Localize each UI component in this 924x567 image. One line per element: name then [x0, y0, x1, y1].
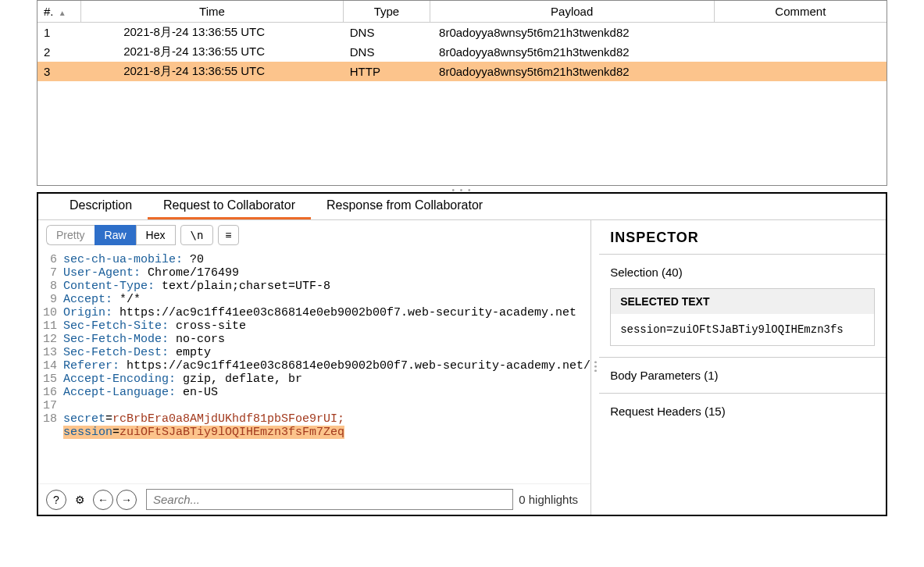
line-number: 7	[38, 266, 62, 280]
cell-payload: 8r0adoyya8wnsy5t6m21h3twenkd82	[430, 42, 714, 62]
show-newlines-button[interactable]: \n	[180, 225, 214, 245]
cell-num: 1	[37, 23, 80, 43]
code-line: 11Sec-Fetch-Site: cross-site	[38, 319, 590, 333]
code-line: 13Sec-Fetch-Dest: empty	[38, 346, 590, 359]
cell-type: HTTP	[344, 62, 430, 81]
inspector-title: INSPECTOR	[599, 230, 886, 254]
tab-description[interactable]: Description	[54, 194, 148, 219]
line-number: 6	[38, 253, 62, 266]
cell-type: DNS	[344, 23, 430, 43]
code-line: 18secret=rcBrbEra0a8AMjdUKhdf81pbSFoe9rU…	[38, 412, 590, 439]
gear-icon[interactable]: ⚙	[70, 490, 90, 510]
code-line: 6sec-ch-ua-mobile: ?0	[38, 253, 590, 266]
code-line: 16Accept-Language: en-US	[38, 386, 590, 399]
line-number: 18	[38, 412, 62, 439]
line-number: 12	[38, 333, 62, 346]
http-message-editor[interactable]: 6sec-ch-ua-mobile: ?07User-Agent: Chrome…	[38, 250, 590, 483]
code-line: 14Referer: https://ac9c1ff41ee03c86814e0…	[38, 359, 590, 373]
tab-request-to-collaborator[interactable]: Request to Collaborator	[148, 194, 311, 219]
tab-response-from-collaborator[interactable]: Response from Collaborator	[311, 194, 498, 219]
search-prev-icon[interactable]: ←	[93, 490, 113, 510]
inspector-request-headers-section[interactable]: Request Headers (15)	[599, 393, 886, 429]
table-row[interactable]: 22021-8月-24 13:36:55 UTCDNS8r0adoyya8wns…	[37, 42, 887, 62]
cell-payload: 8r0adoyya8wnsy5t6m21h3twenkd82	[430, 23, 714, 43]
cell-time: 2021-8月-24 13:36:55 UTC	[80, 23, 344, 43]
line-number: 17	[38, 399, 62, 412]
line-number: 13	[38, 346, 62, 359]
code-line: 7User-Agent: Chrome/176499	[38, 266, 590, 280]
horizontal-splitter[interactable]: • • •	[37, 186, 887, 192]
code-line: 15Accept-Encoding: gzip, deflate, br	[38, 373, 590, 386]
collaborator-log-table: #. ▲ Time Type Payload Comment 12021-8月-…	[37, 0, 887, 186]
code-line: 9Accept: */*	[38, 293, 590, 306]
col-payload[interactable]: Payload	[430, 1, 714, 23]
editor-footer: ? ⚙ ← → 0 highlights	[38, 483, 590, 515]
help-icon[interactable]: ?	[46, 490, 66, 510]
cell-num: 2	[37, 42, 80, 62]
line-number: 9	[38, 293, 62, 306]
cell-comment	[714, 62, 887, 81]
cell-comment	[714, 42, 887, 62]
table-row[interactable]: 12021-8月-24 13:36:55 UTCDNS8r0adoyya8wns…	[37, 23, 887, 43]
col-time[interactable]: Time	[80, 1, 344, 23]
detail-tabs: DescriptionRequest to CollaboratorRespon…	[38, 194, 886, 220]
col-number[interactable]: #. ▲	[37, 1, 80, 23]
inspector-pane: INSPECTOR Selection (40) SELECTED TEXT s…	[599, 220, 886, 515]
cell-time: 2021-8月-24 13:36:55 UTC	[80, 62, 344, 81]
editor-toolbar: Pretty Raw Hex \n ≡	[38, 220, 590, 250]
inspector-selection-heading: Selection (40)	[610, 266, 875, 279]
col-type[interactable]: Type	[344, 1, 430, 23]
cell-time: 2021-8月-24 13:36:55 UTC	[80, 42, 344, 62]
cell-type: DNS	[344, 42, 430, 62]
table-row[interactable]: 32021-8月-24 13:36:55 UTCHTTP8r0adoyya8wn…	[37, 62, 887, 81]
request-editor-pane: Pretty Raw Hex \n ≡ 6sec-ch-ua-mobile: ?…	[38, 220, 591, 515]
inspector-body-params-heading: Body Parameters (1)	[610, 369, 875, 382]
table-header-row: #. ▲ Time Type Payload Comment	[37, 1, 887, 23]
line-number: 15	[38, 373, 62, 386]
cell-num: 3	[37, 62, 80, 81]
inspector-selection-section[interactable]: Selection (40) SELECTED TEXT session=zui…	[599, 254, 886, 357]
selected-text-value[interactable]: session=zuiOFtSJaBTiy9lOQIHEmzn3fs	[611, 314, 874, 345]
detail-pane: DescriptionRequest to CollaboratorRespon…	[37, 192, 887, 516]
line-number: 14	[38, 359, 62, 373]
selected-text-label: SELECTED TEXT	[611, 289, 874, 314]
code-line: 12Sec-Fetch-Mode: no-cors	[38, 333, 590, 346]
highlight-count: 0 highlights	[519, 493, 583, 506]
inspector-body-params-section[interactable]: Body Parameters (1)	[599, 357, 886, 393]
wrap-lines-button[interactable]: ≡	[218, 225, 238, 245]
search-input[interactable]	[146, 489, 513, 510]
line-number: 8	[38, 280, 62, 293]
line-number: 10	[38, 306, 62, 319]
cell-comment	[714, 23, 887, 43]
view-pretty-button[interactable]: Pretty	[46, 225, 95, 245]
sort-asc-icon: ▲	[59, 9, 66, 17]
code-line: 8Content-Type: text/plain;charset=UTF-8	[38, 280, 590, 293]
col-comment[interactable]: Comment	[714, 1, 887, 23]
line-number: 16	[38, 386, 62, 399]
line-number: 11	[38, 319, 62, 333]
code-line: 17	[38, 399, 590, 412]
view-hex-button[interactable]: Hex	[136, 225, 176, 245]
cell-payload: 8r0adoyya8wnsy5t6m21h3twenkd82	[430, 62, 714, 81]
inspector-request-headers-heading: Request Headers (15)	[610, 405, 875, 418]
selected-text-box: SELECTED TEXT session=zuiOFtSJaBTiy9lOQI…	[610, 288, 875, 346]
search-next-icon[interactable]: →	[116, 490, 137, 510]
vertical-splitter[interactable]: •••	[591, 220, 599, 515]
code-line: 10Origin: https://ac9c1ff41ee03c86814e0e…	[38, 306, 590, 319]
view-raw-button[interactable]: Raw	[95, 225, 136, 245]
